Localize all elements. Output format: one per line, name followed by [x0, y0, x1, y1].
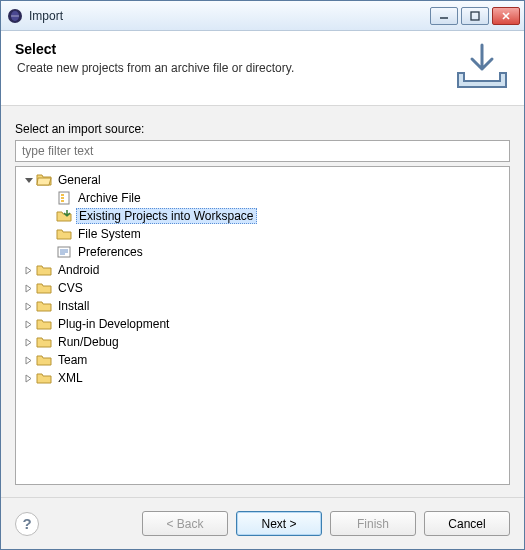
folder-icon: [36, 352, 52, 368]
back-button[interactable]: < Back: [142, 511, 228, 536]
cancel-button[interactable]: Cancel: [424, 511, 510, 536]
tree-label: Preferences: [76, 245, 145, 259]
tree-item-run-debug[interactable]: Run/Debug: [16, 333, 509, 351]
close-button[interactable]: [492, 7, 520, 25]
chevron-right-icon[interactable]: [22, 282, 34, 294]
tree-item-team[interactable]: Team: [16, 351, 509, 369]
tree-item-android[interactable]: Android: [16, 261, 509, 279]
chevron-down-icon[interactable]: [22, 174, 34, 186]
filter-label: Select an import source:: [15, 122, 510, 136]
filter-input[interactable]: [15, 140, 510, 162]
svg-rect-2: [471, 12, 479, 20]
page-description: Create new projects from an archive file…: [17, 61, 446, 75]
chevron-right-icon[interactable]: [22, 354, 34, 366]
wizard-header: Select Create new projects from an archi…: [1, 31, 524, 106]
tree-label: Install: [56, 299, 91, 313]
tree-item-cvs[interactable]: CVS: [16, 279, 509, 297]
tree-label: Archive File: [76, 191, 143, 205]
folder-icon: [36, 334, 52, 350]
folder-icon: [56, 226, 72, 242]
tree-label: Plug-in Development: [56, 317, 171, 331]
svg-rect-4: [61, 194, 64, 196]
folder-icon: [36, 280, 52, 296]
wizard-footer: ? < Back Next > Finish Cancel: [1, 497, 524, 549]
eclipse-icon: [7, 8, 23, 24]
preferences-icon: [56, 244, 72, 260]
tree-label: Android: [56, 263, 101, 277]
finish-button[interactable]: Finish: [330, 511, 416, 536]
help-button[interactable]: ?: [15, 512, 39, 536]
svg-rect-6: [61, 200, 64, 202]
chevron-right-icon[interactable]: [22, 318, 34, 330]
folder-icon: [36, 262, 52, 278]
next-button[interactable]: Next >: [236, 511, 322, 536]
tree-item-file-system[interactable]: File System: [36, 225, 509, 243]
tree-label: Existing Projects into Workspace: [76, 208, 257, 224]
tree-item-xml[interactable]: XML: [16, 369, 509, 387]
page-title: Select: [15, 41, 446, 57]
window-title: Import: [29, 9, 430, 23]
tree-item-general[interactable]: General: [16, 171, 509, 189]
maximize-button[interactable]: [461, 7, 489, 25]
tree-item-archive-file[interactable]: Archive File: [36, 189, 509, 207]
tree-item-existing-projects[interactable]: Existing Projects into Workspace: [36, 207, 509, 225]
folder-icon: [36, 370, 52, 386]
tree-label: CVS: [56, 281, 85, 295]
chevron-right-icon[interactable]: [22, 372, 34, 384]
svg-rect-5: [61, 197, 64, 199]
window-controls: [430, 7, 520, 25]
archive-icon: [56, 190, 72, 206]
import-project-icon: [56, 208, 72, 224]
chevron-right-icon[interactable]: [22, 336, 34, 348]
tree-label: XML: [56, 371, 85, 385]
chevron-right-icon[interactable]: [22, 300, 34, 312]
titlebar[interactable]: Import: [1, 1, 524, 31]
folder-icon: [36, 316, 52, 332]
import-tree[interactable]: General Archive File Existing Projects i…: [15, 166, 510, 485]
chevron-right-icon[interactable]: [22, 264, 34, 276]
wizard-body: Select an import source: General Archive…: [1, 106, 524, 497]
tree-item-plugin-dev[interactable]: Plug-in Development: [16, 315, 509, 333]
import-dialog: Import Select Create new projects from a…: [0, 0, 525, 550]
tree-label: File System: [76, 227, 143, 241]
folder-open-icon: [36, 172, 52, 188]
tree-label: General: [56, 173, 103, 187]
tree-label: Team: [56, 353, 89, 367]
folder-icon: [36, 298, 52, 314]
tree-item-preferences[interactable]: Preferences: [36, 243, 509, 261]
minimize-button[interactable]: [430, 7, 458, 25]
tree-label: Run/Debug: [56, 335, 121, 349]
import-icon: [454, 39, 510, 95]
tree-item-install[interactable]: Install: [16, 297, 509, 315]
